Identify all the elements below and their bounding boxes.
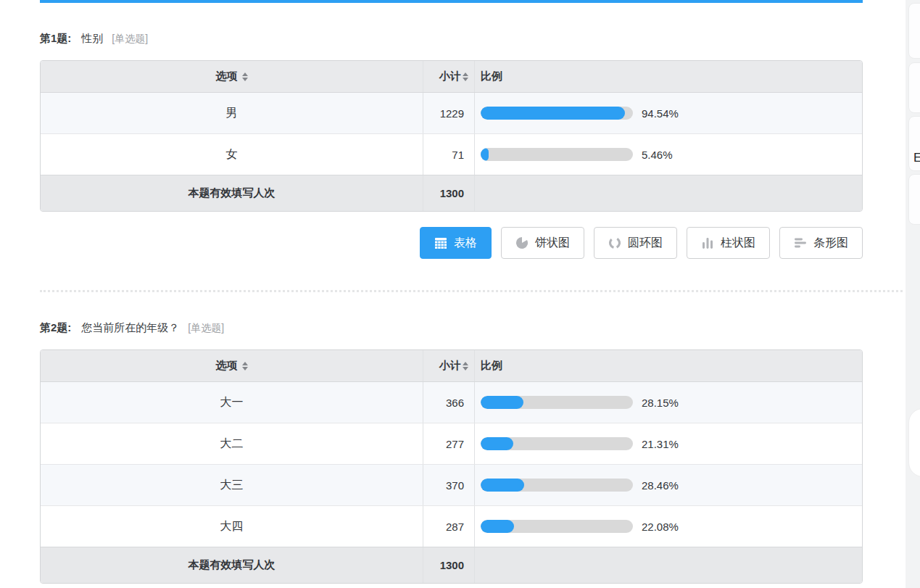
chart-type-button[interactable]: 表格	[420, 227, 492, 259]
question-section: 第2题: 您当前所在的年级？ [单选题] 选项 小计 比例 大一 366	[40, 321, 863, 584]
option-cell: 大二	[41, 423, 423, 464]
option-cell: 男	[41, 93, 423, 133]
table-footer-row: 本题有效填写人次 1300	[41, 175, 862, 211]
ratio-bar-track	[481, 148, 633, 161]
sidebar-card[interactable]	[908, 174, 920, 225]
footer-count: 1300	[423, 175, 475, 211]
count-cell: 366	[423, 382, 475, 423]
ratio-bar-track	[481, 396, 633, 409]
chart-type-button[interactable]: 条形图	[779, 227, 863, 259]
ratio-percent-label: 21.31%	[642, 438, 679, 450]
table-body: 男 1229 94.54% 女 71 5.46%	[41, 93, 862, 175]
column-header-count[interactable]: 小计	[423, 350, 475, 381]
count-cell: 71	[423, 134, 475, 175]
chart-type-buttons: 表格 饼状图 圆环图 柱状图 条形图	[40, 227, 863, 259]
table-footer-row: 本题有效填写人次 1300	[41, 547, 862, 583]
table-body: 大一 366 28.15% 大二 277 21.31% 大三 370 28.46…	[41, 382, 862, 547]
ratio-bar-fill	[481, 437, 513, 450]
table-header-row: 选项 小计 比例	[41, 350, 862, 382]
pie-chart-icon	[515, 236, 529, 249]
sidebar-card[interactable]	[908, 62, 920, 113]
option-cell: 大三	[41, 465, 423, 505]
ratio-bar-track	[481, 479, 633, 492]
question-separator	[40, 290, 903, 292]
column-header-option[interactable]: 选项	[41, 350, 423, 381]
ratio-cell: 28.15%	[475, 382, 862, 423]
sort-icon[interactable]	[463, 362, 468, 370]
floating-button-partial[interactable]	[908, 408, 920, 477]
ratio-percent-label: 5.46%	[642, 149, 673, 161]
sort-icon[interactable]	[463, 73, 468, 81]
table-row: 大一 366 28.15%	[41, 382, 862, 423]
sidebar-card[interactable]: E	[908, 116, 920, 171]
right-sidebar: E	[906, 0, 920, 588]
ratio-percent-label: 22.08%	[642, 521, 679, 533]
sidebar-card-partial-label: E	[913, 151, 920, 165]
ratio-bar-fill	[481, 520, 514, 533]
count-cell: 370	[423, 465, 475, 505]
question-section: 第1题: 性别 [单选题] 选项 小计 比例 男 1229	[40, 0, 863, 259]
ratio-percent-label: 94.54%	[642, 107, 679, 120]
question-text: 您当前所在的年级？	[81, 321, 179, 335]
ratio-cell: 22.08%	[475, 506, 862, 547]
chart-type-button[interactable]: 圆环图	[594, 227, 677, 259]
ratio-cell: 21.31%	[475, 423, 862, 464]
question-number: 第2题:	[40, 321, 71, 335]
footer-label: 本题有效填写人次	[41, 547, 423, 583]
ratio-bar-track	[481, 437, 633, 450]
ratio-cell: 5.46%	[475, 134, 862, 175]
column-header-ratio: 比例	[475, 350, 862, 381]
footer-label: 本题有效填写人次	[41, 175, 423, 211]
ratio-percent-label: 28.15%	[642, 397, 679, 409]
column-header-count[interactable]: 小计	[423, 61, 475, 92]
stats-table: 选项 小计 比例 男 1229 94.54% 女 71 5.46	[40, 60, 863, 212]
ratio-cell: 94.54%	[475, 93, 862, 133]
column-header-option[interactable]: 选项	[41, 61, 423, 92]
question-text: 性别	[81, 32, 103, 46]
table-row: 大三 370 28.46%	[41, 464, 862, 505]
ratio-bar-track	[481, 520, 633, 533]
table-row: 大二 277 21.31%	[41, 423, 862, 464]
table-row: 女 71 5.46%	[41, 133, 862, 175]
ratio-percent-label: 28.46%	[642, 479, 679, 492]
column-chart-icon	[701, 236, 714, 249]
sort-icon[interactable]	[242, 362, 248, 370]
question-title: 第2题: 您当前所在的年级？ [单选题]	[40, 321, 863, 335]
sidebar-card[interactable]	[908, 3, 920, 59]
question-number: 第1题:	[40, 32, 71, 46]
ratio-bar-fill	[481, 107, 625, 120]
table-row: 男 1229 94.54%	[41, 93, 862, 133]
bar-chart-icon	[794, 236, 807, 249]
count-cell: 1229	[423, 93, 475, 133]
question-title: 第1题: 性别 [单选题]	[40, 0, 863, 46]
count-cell: 287	[423, 506, 475, 547]
ratio-cell: 28.46%	[475, 465, 862, 505]
table-icon	[434, 236, 447, 249]
table-row: 大四 287 22.08%	[41, 505, 862, 547]
count-cell: 277	[423, 423, 475, 464]
footer-count: 1300	[423, 547, 475, 583]
column-header-ratio: 比例	[475, 61, 862, 92]
stats-table: 选项 小计 比例 大一 366 28.15% 大二 277 21	[40, 349, 863, 584]
chart-type-button[interactable]: 柱状图	[687, 227, 770, 259]
donut-chart-icon	[608, 236, 621, 249]
table-header-row: 选项 小计 比例	[41, 61, 862, 93]
ratio-bar-track	[481, 107, 633, 120]
survey-results-container: 第1题: 性别 [单选题] 选项 小计 比例 男 1229	[40, 0, 863, 584]
option-cell: 大一	[41, 382, 423, 423]
option-cell: 女	[41, 134, 423, 175]
chart-type-button[interactable]: 饼状图	[501, 227, 584, 259]
question-type-badge: [单选题]	[112, 33, 148, 46]
option-cell: 大四	[41, 506, 423, 547]
ratio-bar-fill	[481, 479, 524, 492]
sort-icon[interactable]	[242, 73, 248, 81]
ratio-bar-fill	[481, 396, 523, 409]
question-type-badge: [单选题]	[188, 322, 224, 335]
ratio-bar-fill	[481, 148, 489, 161]
